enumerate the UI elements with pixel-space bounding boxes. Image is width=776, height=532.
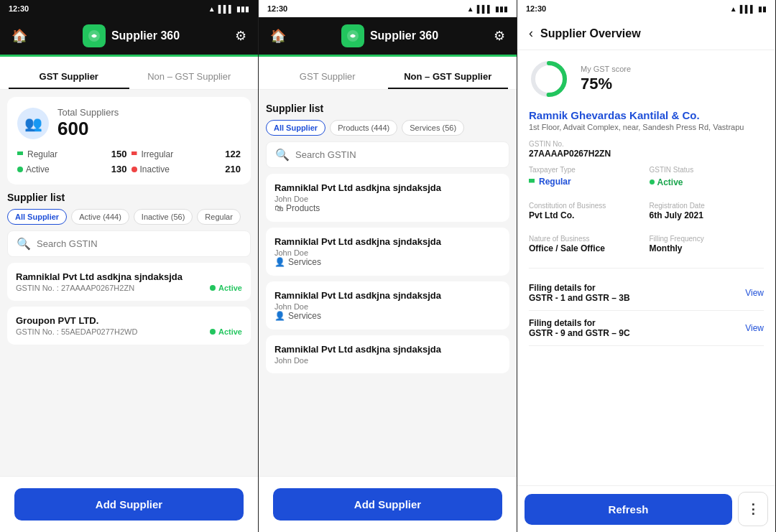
view-link-1[interactable]: View xyxy=(745,288,764,298)
filing-2-info: Filing details for GSTR - 9 and GSTR – 9… xyxy=(529,318,630,338)
nature-label: Nature of Business xyxy=(529,235,644,243)
constitution-label: Constitution of Business xyxy=(529,202,644,210)
chip-all-2[interactable]: All Supplier xyxy=(266,120,325,136)
add-supplier-button-1[interactable]: Add Supplier xyxy=(14,488,244,521)
status-icons-2: ▲ ▌▌▌ ▮▮▮ xyxy=(467,5,508,13)
panel-1: 12:30 ▲ ▌▌▌ ▮▮▮ 🏠 Supplier 360 ⚙ GST Sup… xyxy=(0,0,259,532)
status-bar-1: 12:30 ▲ ▌▌▌ ▮▮▮ xyxy=(0,0,258,17)
time-3: 12:30 xyxy=(526,4,546,13)
total-label: Total Suppliers xyxy=(57,107,119,118)
bottom-bar-2: Add Supplier xyxy=(259,476,517,532)
stats-grid: Regular 150 Irregular 122 Active xyxy=(17,149,241,174)
app-logo-1 xyxy=(83,24,106,47)
wifi-icon-2: ▲ xyxy=(467,5,474,13)
home-button-1[interactable]: 🏠 xyxy=(11,28,27,44)
status-bar-3: 12:30 ▲ ▌▌▌ ▮▮ xyxy=(517,0,775,17)
filing-1-sub: GSTR - 1 and GSTR – 3B xyxy=(529,293,630,303)
filling-freq-label: Filling Frequency xyxy=(650,235,765,243)
supplier-gstin-0: GSTIN No. : 27AAAAP0267H2ZN xyxy=(16,284,134,292)
status-dot-0 xyxy=(210,285,216,291)
registration-label: Registration Date xyxy=(650,202,765,210)
tab-gst-1[interactable]: GST Supplier xyxy=(9,65,129,89)
chip-all-1[interactable]: All Supplier xyxy=(7,209,67,225)
flag-irregular xyxy=(131,151,137,157)
p2-name-0: Ramniklal Pvt Ltd asdkjna sjndaksjda xyxy=(274,182,501,193)
registration-value: 6th July 2021 xyxy=(650,210,765,220)
filing-2-sub: GSTR - 9 and GSTR – 9C xyxy=(529,328,630,338)
refresh-button[interactable]: Refresh xyxy=(525,494,732,525)
filing-row-1: Filing details for GSTR - 1 and GSTR – 3… xyxy=(529,276,764,311)
more-options-button[interactable]: ⋮ xyxy=(738,492,768,526)
p2-contact-2: John Doe xyxy=(274,302,501,311)
gstin-status-label: GSTIN Status xyxy=(650,166,765,174)
panel-2: 12:30 ▲ ▌▌▌ ▮▮▮ 🏠 Supplier 360 ⚙ GST Sup… xyxy=(259,0,517,532)
refresh-bar: Refresh ⋮ xyxy=(517,485,775,532)
flag-regular xyxy=(17,151,23,157)
detail-grid-2: Constitution of Business Pvt Ltd Co. Reg… xyxy=(529,202,764,228)
taxpayer-label: Taxpayer Type xyxy=(529,166,644,174)
search-input-1[interactable] xyxy=(37,238,241,249)
battery-icon-2: ▮▮▮ xyxy=(495,5,508,13)
bottom-bar-1: Add Supplier xyxy=(0,476,258,532)
irregular-label: Irregular xyxy=(131,149,174,159)
gst-score-value: 75% xyxy=(581,75,631,93)
p2-supplier-0[interactable]: Ramniklal Pvt Ltd asdkjna sjndaksjda Joh… xyxy=(266,174,509,222)
add-supplier-button-2[interactable]: Add Supplier xyxy=(273,488,502,521)
filing-1-label: Filing details for xyxy=(529,283,630,293)
dot-active xyxy=(17,167,23,172)
donut-chart xyxy=(529,59,569,99)
tab-nongst-2[interactable]: Non – GST Supplier xyxy=(388,65,509,89)
supplier-list-title-2: Supplier list xyxy=(266,103,509,114)
panel-2-content: Supplier list All Supplier Products (444… xyxy=(259,90,517,476)
p2-supplier-1[interactable]: Ramniklal Pvt Ltd asdkjna sjndaksjda Joh… xyxy=(266,228,509,276)
detail-grid-1: Taxpayer Type Regular GSTIN Status Activ… xyxy=(529,166,764,195)
panel-1-content: 👥 Total Suppliers 600 Regular 150 xyxy=(0,90,258,476)
regular-value: 150 xyxy=(111,149,127,159)
app-logo-2 xyxy=(341,24,364,47)
regular-label: Regular xyxy=(17,149,57,159)
app-title-2: Supplier 360 xyxy=(370,29,438,42)
taxpayer-row: Taxpayer Type Regular xyxy=(529,166,644,187)
back-button[interactable]: ‹ xyxy=(529,26,533,41)
battery-icon-3: ▮▮ xyxy=(758,5,767,13)
view-link-2[interactable]: View xyxy=(745,323,764,333)
chip-inactive-1[interactable]: Inactive (56) xyxy=(134,209,193,225)
tab-gst-2[interactable]: GST Supplier xyxy=(267,65,388,89)
search-bar-2[interactable]: 🔍 xyxy=(266,141,509,168)
home-button-2[interactable]: 🏠 xyxy=(270,28,286,44)
p2-contact-3: John Doe xyxy=(274,356,501,365)
settings-button-1[interactable]: ⚙ xyxy=(235,28,246,44)
irregular-value: 122 xyxy=(225,149,241,159)
gstin-value: 27AAAAP0267H2ZN xyxy=(529,149,764,159)
status-icons-1: ▲ ▌▌▌ ▮▮▮ xyxy=(208,5,249,13)
time-2: 12:30 xyxy=(267,4,287,13)
filing-1-info: Filing details for GSTR - 1 and GSTR – 3… xyxy=(529,283,630,303)
taxpayer-flag xyxy=(529,179,535,185)
p2-supplier-2[interactable]: Ramniklal Pvt Ltd asdkjna sjndaksjda Joh… xyxy=(266,281,509,330)
active-value: 130 xyxy=(111,164,127,174)
stats-irregular: Irregular 122 xyxy=(131,149,241,159)
chip-active-1[interactable]: Active (444) xyxy=(71,209,129,225)
supplier-card-1[interactable]: Groupon PVT LTD. GSTIN No. : 55AEDAP0277… xyxy=(7,307,251,345)
settings-button-2[interactable]: ⚙ xyxy=(494,28,505,44)
stats-total: Total Suppliers 600 xyxy=(57,107,119,140)
chip-regular-1[interactable]: Regular xyxy=(197,209,241,225)
app-logo-area-2: Supplier 360 xyxy=(341,24,438,47)
chip-services-2[interactable]: Services (56) xyxy=(402,120,464,136)
search-bar-1[interactable]: 🔍 xyxy=(7,230,251,257)
supplier-card-0[interactable]: Ramniklal Pvt Ltd asdkjna sjndaksjda GST… xyxy=(7,263,251,301)
supplier-status-1: Active xyxy=(210,327,242,336)
constitution-value: Pvt Ltd Co. xyxy=(529,210,644,220)
app-title-1: Supplier 360 xyxy=(111,29,180,42)
filter-chips-2: All Supplier Products (444) Services (56… xyxy=(266,120,509,136)
p2-type-2: 👤 Services xyxy=(274,311,501,321)
chip-products-2[interactable]: Products (444) xyxy=(330,120,397,136)
p2-supplier-3[interactable]: Ramniklal Pvt Ltd asdkjna sjndaksjda Joh… xyxy=(266,335,509,373)
stats-regular: Regular 150 xyxy=(17,149,127,159)
tab-nongst-1[interactable]: Non – GST Supplier xyxy=(129,65,250,89)
stats-inactive: Inactive 210 xyxy=(131,164,241,174)
search-input-2[interactable] xyxy=(295,149,500,160)
overview-content: My GST score 75% Ramnik Ghevardas Kantil… xyxy=(517,50,775,485)
inactive-value: 210 xyxy=(225,164,241,174)
p2-name-3: Ramniklal Pvt Ltd asdkjna sjndaksjda xyxy=(274,344,501,355)
